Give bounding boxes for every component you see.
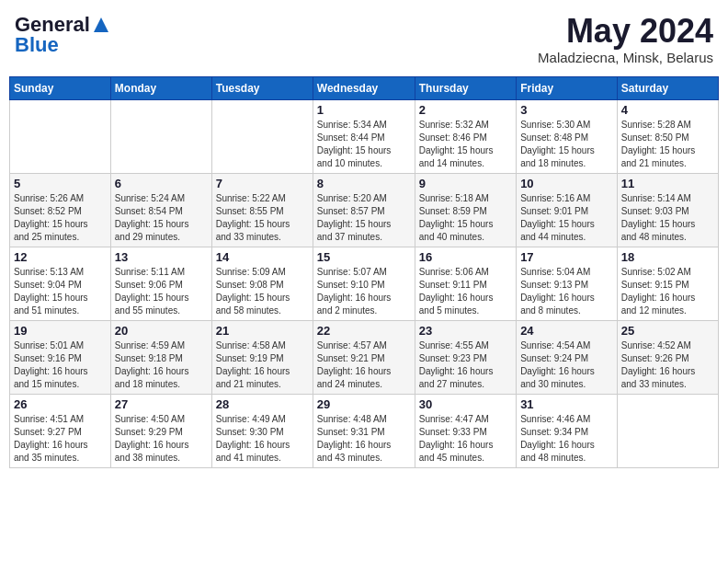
calendar-cell: 20Sunrise: 4:59 AMSunset: 9:18 PMDayligh… [110,320,211,394]
calendar-cell: 31Sunrise: 4:46 AMSunset: 9:34 PMDayligh… [517,394,618,467]
day-number: 7 [216,177,309,190]
day-number: 30 [419,397,512,411]
day-info: Sunrise: 4:54 AMSunset: 9:24 PMDaylight:… [520,339,613,391]
day-number: 20 [115,324,208,338]
day-number: 29 [317,397,411,411]
day-number: 13 [115,250,208,264]
calendar-cell: 18Sunrise: 5:02 AMSunset: 9:15 PMDayligh… [617,247,718,320]
calendar-cell: 15Sunrise: 5:07 AMSunset: 9:10 PMDayligh… [313,247,415,320]
day-number: 4 [621,103,714,117]
day-info: Sunrise: 4:59 AMSunset: 9:18 PMDaylight:… [115,339,208,391]
day-info: Sunrise: 5:07 AMSunset: 9:10 PMDaylight:… [317,266,411,317]
calendar-cell: 12Sunrise: 5:13 AMSunset: 9:04 PMDayligh… [10,247,111,320]
day-info: Sunrise: 5:04 AMSunset: 9:13 PMDaylight:… [520,266,613,317]
day-number: 11 [621,177,714,190]
day-number: 17 [520,250,613,264]
day-number: 10 [520,177,613,190]
calendar-cell: 7Sunrise: 5:22 AMSunset: 8:55 PMDaylight… [211,173,313,247]
day-number: 23 [419,324,512,338]
day-info: Sunrise: 4:48 AMSunset: 9:31 PMDaylight:… [317,413,411,465]
calendar-cell: 22Sunrise: 4:57 AMSunset: 9:21 PMDayligh… [313,320,415,394]
day-header-sunday: Sunday [10,76,111,99]
day-info: Sunrise: 5:26 AMSunset: 8:52 PMDaylight:… [14,192,107,244]
calendar-cell: 6Sunrise: 5:24 AMSunset: 8:54 PMDaylight… [110,173,211,247]
day-header-thursday: Thursday [415,76,516,99]
calendar-cell: 24Sunrise: 4:54 AMSunset: 9:24 PMDayligh… [517,320,618,394]
calendar-cell: 19Sunrise: 5:01 AMSunset: 9:16 PMDayligh… [10,320,111,394]
day-header-monday: Monday [110,76,211,99]
calendar-cell [211,99,313,173]
svg-marker-0 [94,17,108,32]
day-info: Sunrise: 5:30 AMSunset: 8:48 PMDaylight:… [520,119,613,170]
calendar-cell: 2Sunrise: 5:32 AMSunset: 8:46 PMDaylight… [415,99,516,173]
day-number: 15 [317,250,411,264]
day-info: Sunrise: 5:09 AMSunset: 9:08 PMDaylight:… [216,266,309,317]
day-number: 21 [216,324,309,338]
day-number: 9 [419,177,512,190]
calendar-cell: 27Sunrise: 4:50 AMSunset: 9:29 PMDayligh… [110,394,211,467]
day-header-wednesday: Wednesday [313,76,415,99]
calendar-week-1: 5Sunrise: 5:26 AMSunset: 8:52 PMDaylight… [10,173,719,247]
day-number: 16 [419,250,512,264]
calendar-cell: 13Sunrise: 5:11 AMSunset: 9:06 PMDayligh… [110,247,211,320]
calendar-cell: 30Sunrise: 4:47 AMSunset: 9:33 PMDayligh… [415,394,516,467]
day-info: Sunrise: 5:13 AMSunset: 9:04 PMDaylight:… [14,266,107,317]
day-header-saturday: Saturday [617,76,718,99]
calendar-cell: 8Sunrise: 5:20 AMSunset: 8:57 PMDaylight… [313,173,415,247]
calendar-table: SundayMondayTuesdayWednesdayThursdayFrid… [9,76,719,468]
day-info: Sunrise: 4:57 AMSunset: 9:21 PMDaylight:… [317,339,411,391]
day-info: Sunrise: 5:16 AMSunset: 9:01 PMDaylight:… [520,192,613,244]
day-number: 5 [14,177,107,190]
day-number: 8 [317,177,411,190]
calendar-cell: 1Sunrise: 5:34 AMSunset: 8:44 PMDaylight… [313,99,415,173]
calendar-cell [617,394,718,467]
day-number: 12 [14,250,107,264]
calendar-cell: 9Sunrise: 5:18 AMSunset: 8:59 PMDaylight… [415,173,516,247]
day-info: Sunrise: 4:58 AMSunset: 9:19 PMDaylight:… [216,339,309,391]
calendar-cell [10,99,111,173]
calendar-cell: 16Sunrise: 5:06 AMSunset: 9:11 PMDayligh… [415,247,516,320]
day-info: Sunrise: 4:47 AMSunset: 9:33 PMDaylight:… [419,413,512,465]
day-info: Sunrise: 5:34 AMSunset: 8:44 PMDaylight:… [317,119,411,170]
day-number: 19 [14,324,107,338]
calendar-cell: 5Sunrise: 5:26 AMSunset: 8:52 PMDaylight… [10,173,111,247]
day-number: 2 [419,103,512,117]
day-info: Sunrise: 5:06 AMSunset: 9:11 PMDaylight:… [419,266,512,317]
day-number: 24 [520,324,613,338]
day-number: 3 [520,103,613,117]
day-number: 27 [115,397,208,411]
calendar-cell: 29Sunrise: 4:48 AMSunset: 9:31 PMDayligh… [313,394,415,467]
day-info: Sunrise: 5:01 AMSunset: 9:16 PMDaylight:… [14,339,107,391]
day-info: Sunrise: 5:02 AMSunset: 9:15 PMDaylight:… [621,266,714,317]
location: Maladziecna, Minsk, Belarus [538,50,713,65]
calendar-cell: 28Sunrise: 4:49 AMSunset: 9:30 PMDayligh… [211,394,313,467]
day-info: Sunrise: 4:52 AMSunset: 9:26 PMDaylight:… [621,339,714,391]
calendar-week-0: 1Sunrise: 5:34 AMSunset: 8:44 PMDaylight… [10,99,719,173]
day-info: Sunrise: 4:51 AMSunset: 9:27 PMDaylight:… [14,413,107,465]
calendar-cell: 11Sunrise: 5:14 AMSunset: 9:03 PMDayligh… [617,173,718,247]
calendar-cell: 3Sunrise: 5:30 AMSunset: 8:48 PMDaylight… [517,99,618,173]
logo-blue-text: Blue [15,33,59,57]
page-header: General Blue May 2024 Maladziecna, Minsk… [9,9,719,69]
calendar-cell: 17Sunrise: 5:04 AMSunset: 9:13 PMDayligh… [517,247,618,320]
day-info: Sunrise: 5:14 AMSunset: 9:03 PMDaylight:… [621,192,714,244]
day-number: 31 [520,397,613,411]
calendar-cell [110,99,211,173]
day-header-friday: Friday [517,76,618,99]
calendar-cell: 4Sunrise: 5:28 AMSunset: 8:50 PMDaylight… [617,99,718,173]
day-header-tuesday: Tuesday [211,76,313,99]
day-info: Sunrise: 5:22 AMSunset: 8:55 PMDaylight:… [216,192,309,244]
calendar-cell: 14Sunrise: 5:09 AMSunset: 9:08 PMDayligh… [211,247,313,320]
calendar-cell: 21Sunrise: 4:58 AMSunset: 9:19 PMDayligh… [211,320,313,394]
calendar-cell: 26Sunrise: 4:51 AMSunset: 9:27 PMDayligh… [10,394,111,467]
calendar-week-4: 26Sunrise: 4:51 AMSunset: 9:27 PMDayligh… [10,394,719,467]
day-info: Sunrise: 5:28 AMSunset: 8:50 PMDaylight:… [621,119,714,170]
day-info: Sunrise: 4:46 AMSunset: 9:34 PMDaylight:… [520,413,613,465]
day-info: Sunrise: 5:18 AMSunset: 8:59 PMDaylight:… [419,192,512,244]
day-info: Sunrise: 5:32 AMSunset: 8:46 PMDaylight:… [419,119,512,170]
day-number: 28 [216,397,309,411]
day-info: Sunrise: 4:49 AMSunset: 9:30 PMDaylight:… [216,413,309,465]
calendar-cell: 10Sunrise: 5:16 AMSunset: 9:01 PMDayligh… [517,173,618,247]
calendar-week-2: 12Sunrise: 5:13 AMSunset: 9:04 PMDayligh… [10,247,719,320]
calendar-header: SundayMondayTuesdayWednesdayThursdayFrid… [10,76,719,99]
